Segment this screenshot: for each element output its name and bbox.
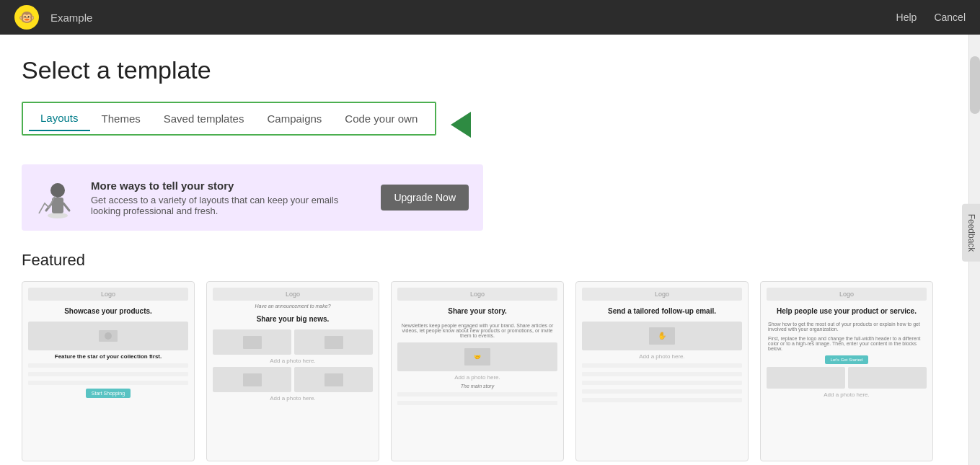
tpl-img-2d	[294, 367, 373, 392]
tpl-img-5a	[767, 367, 845, 389]
template-card-educate[interactable]: Logo Help people use your product or ser…	[760, 281, 933, 465]
tab-code-your-own[interactable]: Code your own	[333, 107, 429, 130]
tab-saved-templates[interactable]: Saved templates	[152, 107, 256, 130]
svg-point-6	[105, 332, 112, 340]
tpl-btn-1: Start Shopping	[86, 389, 131, 398]
tpl-headline-3: Share your story.	[397, 304, 557, 319]
tpl-headline-5: Help people use your product or service.	[767, 304, 927, 319]
help-link[interactable]: Help	[896, 12, 917, 23]
arrow-indicator	[451, 112, 471, 141]
upgrade-banner: More ways to tell your story Get access …	[22, 164, 483, 231]
feedback-tab[interactable]: Feedback	[962, 203, 980, 262]
template-preview-followup: Logo Send a tailored follow-up email. ✋ …	[575, 281, 749, 461]
banner-description: Get access to a variety of layouts that …	[91, 195, 369, 216]
tab-campaigns[interactable]: Campaigns	[255, 107, 333, 130]
scrollbar-thumb	[970, 56, 980, 114]
tpl-img-3a: 🤝	[397, 342, 557, 371]
template-card-followup[interactable]: Logo Send a tailored follow-up email. ✋ …	[575, 281, 749, 465]
tpl-logo-5: Logo	[767, 288, 927, 301]
logo-icon: 🐵	[19, 9, 35, 25]
banner-heading: More ways to tell your story	[91, 180, 369, 192]
tabs-container: Layouts Themes Saved templates Campaigns…	[22, 102, 436, 136]
banner-illustration	[36, 176, 79, 219]
page-title: Select a template	[22, 56, 945, 84]
tpl-btn-5: Let's Get Started	[825, 355, 869, 364]
svg-point-0	[48, 213, 68, 218]
tpl-logo-4: Logo	[582, 288, 742, 301]
banner-illustration-svg	[36, 176, 79, 219]
banner-text: More ways to tell your story Get access …	[91, 180, 369, 216]
template-card-sell-products[interactable]: Logo Showcase your products. Feature the…	[22, 281, 195, 465]
svg-line-4	[63, 203, 69, 211]
tpl-logo-2: Logo	[213, 288, 373, 301]
templates-grid: Logo Showcase your products. Feature the…	[22, 281, 945, 465]
svg-text:✋: ✋	[658, 331, 667, 340]
tab-layouts[interactable]: Layouts	[29, 106, 90, 131]
tpl-img-2a	[213, 329, 291, 355]
tpl-headline-4: Send a tailored follow-up email.	[582, 304, 742, 319]
tpl-img-1a	[28, 322, 188, 350]
green-arrow-icon	[451, 112, 471, 138]
template-card-announcement[interactable]: Logo Have an announcement to make? Share…	[206, 281, 379, 465]
tpl-logo-3: Logo	[397, 288, 557, 301]
template-preview-sell-products: Logo Showcase your products. Feature the…	[22, 281, 195, 461]
upgrade-button[interactable]: Upgrade Now	[381, 185, 469, 211]
nav-left: 🐵 Example	[14, 5, 92, 30]
top-nav: 🐵 Example Help Cancel	[0, 0, 980, 35]
svg-rect-8	[325, 336, 343, 349]
tabs-row: Layouts Themes Saved templates Campaigns…	[22, 102, 945, 150]
tab-themes[interactable]: Themes	[90, 107, 152, 130]
tpl-headline-2: Share your big news.	[213, 311, 373, 327]
main-content: Select a template Layouts Themes Saved t…	[0, 35, 966, 465]
logo: 🐵	[14, 5, 39, 30]
nav-right: Help Cancel	[896, 12, 966, 23]
tpl-subtext-1: Feature the star of your collection firs…	[28, 353, 188, 360]
tpl-img-4a: ✋	[582, 322, 742, 350]
template-preview-story: Logo Share your story. Newsletters keep …	[391, 281, 564, 461]
cancel-link[interactable]: Cancel	[934, 12, 966, 23]
tpl-logo-1: Logo	[28, 288, 188, 301]
template-preview-educate: Logo Help people use your product or ser…	[760, 281, 933, 461]
tpl-headline-1: Showcase your products.	[28, 304, 188, 319]
tpl-img-2b	[294, 329, 373, 355]
svg-rect-9	[243, 373, 262, 386]
svg-point-2	[50, 183, 65, 198]
feedback-label: Feedback	[966, 213, 976, 252]
svg-rect-7	[243, 336, 262, 349]
template-preview-announcement: Logo Have an announcement to make? Share…	[206, 281, 379, 461]
tpl-img-2c	[213, 367, 291, 392]
svg-rect-10	[325, 373, 343, 386]
svg-rect-1	[52, 198, 63, 213]
featured-title: Featured	[22, 251, 945, 270]
tpl-img-5b	[848, 367, 927, 389]
template-card-story[interactable]: Logo Share your story. Newsletters keep …	[391, 281, 564, 465]
nav-title: Example	[50, 12, 92, 24]
svg-text:🤝: 🤝	[474, 353, 481, 360]
